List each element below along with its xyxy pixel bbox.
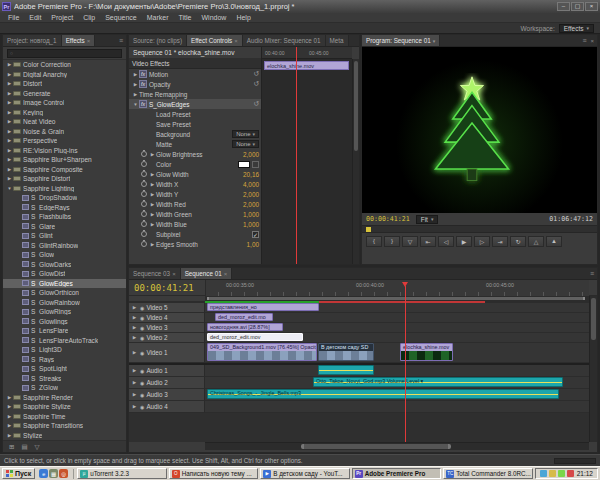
close-tab-icon[interactable]: × <box>224 271 228 277</box>
lift-button[interactable]: △ <box>528 236 544 247</box>
effect-item-s_glowlings[interactable]: S_Glowlings <box>3 317 126 327</box>
mini-timeline-clip[interactable]: elochka_shine.mov <box>264 61 349 70</box>
effect-item-s_dropshadow[interactable]: S_DropShadow <box>3 193 126 203</box>
menu-file[interactable]: File <box>3 14 24 21</box>
effects-search-input[interactable]: ○ <box>7 49 122 58</box>
set-in-button[interactable]: { <box>366 236 382 247</box>
effect-item-s_light3d[interactable]: S_Light3D <box>3 345 126 355</box>
disclosure-triangle-icon[interactable]: ▶ <box>149 192 156 197</box>
effect-item-s_spotlight[interactable]: S_SpotLight <box>3 364 126 374</box>
effects-bin-neat-video[interactable]: ▶Neat Video <box>3 117 126 127</box>
timeline-vertical-scrollbar[interactable] <box>589 296 597 442</box>
disclosure-triangle-icon[interactable]: ▶ <box>131 392 138 397</box>
stopwatch-icon[interactable] <box>141 161 147 167</box>
effect-row-time-remapping[interactable]: ▶Time Remapping <box>129 89 261 99</box>
disclosure-triangle-icon[interactable]: ▶ <box>6 119 13 124</box>
track-header-video-5[interactable]: ▶◉Video 5 <box>129 303 205 313</box>
stopwatch-icon[interactable] <box>141 241 147 247</box>
toggle-track-mute-icon[interactable]: ◉ <box>140 404 144 410</box>
scrollbar-thumb[interactable] <box>354 61 358 151</box>
tray-icon[interactable] <box>567 470 574 477</box>
reset-effect-icon[interactable]: ↺ <box>253 70 259 78</box>
param-checkbox[interactable]: ✓ <box>252 231 259 238</box>
disclosure-triangle-icon[interactable]: ▶ <box>149 182 156 187</box>
param-matte[interactable]: MatteNone▾ <box>129 139 261 149</box>
track-lane-audio-3[interactable]: Christmas_Songs_-_Jingle_Bells.mp3 <box>205 389 589 401</box>
toggle-track-output-icon[interactable]: ◉ <box>140 335 144 341</box>
new-custom-bin-icon[interactable]: ⊞ <box>9 443 14 451</box>
stopwatch-icon[interactable] <box>141 231 147 237</box>
add-marker-button[interactable]: ▽ <box>402 236 418 247</box>
param-load-preset[interactable]: Load Preset <box>129 109 261 119</box>
toggle-track-output-icon[interactable]: ◉ <box>140 315 144 321</box>
new-folder-icon[interactable]: ▤ <box>21 443 27 451</box>
reset-effect-icon[interactable]: ↺ <box>253 100 259 108</box>
effects-bin-noise-grain[interactable]: ▶Noise & Grain <box>3 127 126 137</box>
param-subpixel[interactable]: Subpixel✓ <box>129 229 261 239</box>
fx-badge-icon[interactable]: fx <box>139 100 147 108</box>
disclosure-triangle-icon[interactable]: ▶ <box>6 404 13 409</box>
disclosure-triangle-icon[interactable]: ▶ <box>131 404 138 409</box>
effects-bin-sapphire-lighting[interactable]: ▼Sapphire Lighting <box>3 184 126 194</box>
close-tab-icon[interactable]: × <box>87 38 91 44</box>
effect-item-s_glintrainbow[interactable]: S_GlintRainbow <box>3 241 126 251</box>
panel-menu-icon[interactable]: ≡ <box>590 270 594 277</box>
program-current-timecode[interactable]: 00:00:41:21 <box>366 215 410 223</box>
param-dropdown[interactable]: None▾ <box>232 130 259 138</box>
effect-row-motion[interactable]: ▶fxMotion↺ <box>129 69 261 79</box>
timeline-horizontal-scrollbar[interactable] <box>205 442 589 450</box>
effect-item-s_edgerays[interactable]: S_EdgeRays <box>3 203 126 213</box>
quicklaunch-desktop-icon[interactable]: ▦ <box>49 469 58 478</box>
disclosure-triangle-icon[interactable]: ▶ <box>131 350 138 355</box>
param-value[interactable]: 2,000 <box>243 201 259 208</box>
menu-clip[interactable]: Clip <box>78 14 100 21</box>
quicklaunch-media-icon[interactable]: ◎ <box>59 469 68 478</box>
program-scrubber[interactable] <box>362 225 597 233</box>
disclosure-triangle-icon[interactable]: ▶ <box>149 222 156 227</box>
taskbar-button-adobe-premiere-pro[interactable]: PrAdobe Premiere Pro <box>352 468 442 479</box>
minimize-button[interactable]: – <box>557 2 570 11</box>
step-back-button[interactable]: ◁ <box>438 236 454 247</box>
toggle-track-mute-icon[interactable]: ◉ <box>140 392 144 398</box>
effect-item-s_lensflareautotrack[interactable]: S_LensFlareAutoTrack <box>3 336 126 346</box>
stopwatch-icon[interactable] <box>141 191 147 197</box>
disclosure-triangle-icon[interactable]: ▶ <box>149 212 156 217</box>
tab-effect-controls[interactable]: Effect Controls× <box>187 35 243 46</box>
timeline-playhead[interactable] <box>405 286 406 442</box>
clip-otto_takoe_novyi_god-mp3-volume-level[interactable]: Otto_Takoe_Novyi_God.mp3 Volume:Level ▾ <box>313 377 563 387</box>
stopwatch-icon[interactable] <box>141 151 147 157</box>
close-button[interactable]: × <box>585 2 598 11</box>
disclosure-triangle-icon[interactable]: ▶ <box>132 82 139 87</box>
track-header-video-2[interactable]: ▶◉Video 2 <box>129 333 205 343</box>
delete-icon[interactable]: ▽ <box>35 443 40 451</box>
scrubber-playhead[interactable] <box>366 227 371 232</box>
effects-bin-color-correction[interactable]: ▶Color Correction <box>3 60 126 70</box>
timeline-current-timecode[interactable]: 00:00:41:21 <box>134 283 194 293</box>
menu-window[interactable]: Window <box>196 14 231 21</box>
disclosure-triangle-icon[interactable]: ▶ <box>6 72 13 77</box>
effects-bin-sapphire-render[interactable]: ▶Sapphire Render <box>3 393 126 403</box>
tab-sequence-01[interactable]: Sequence 01× <box>181 268 233 279</box>
disclosure-triangle-icon[interactable]: ▶ <box>131 305 138 310</box>
clip-049_sd_background1-mov-76-45-opacity-opacity[interactable]: 049_SD_Background1.mov [76.45%] Opacity:… <box>207 343 317 361</box>
disclosure-triangle-icon[interactable]: ▶ <box>131 380 138 385</box>
tab-effects[interactable]: Effects× <box>62 35 96 46</box>
stopwatch-icon[interactable] <box>141 211 147 217</box>
effect-item-s_glowrainbow[interactable]: S_GlowRainbow <box>3 298 126 308</box>
disclosure-triangle-icon[interactable]: ▶ <box>131 315 138 320</box>
effect-item-s_lensflare[interactable]: S_LensFlare <box>3 326 126 336</box>
clip-новогодняя-avi-28-87[interactable]: новогодняя.avi [28.87%] <box>207 323 283 331</box>
disclosure-triangle-icon[interactable]: ▼ <box>132 102 139 107</box>
effect-item-s_glare[interactable]: S_Glare <box>3 222 126 232</box>
quicklaunch-browser-icon[interactable]: e <box>39 469 48 478</box>
effect-item-s_glint[interactable]: S_Glint <box>3 231 126 241</box>
close-tab-icon[interactable]: × <box>234 38 238 44</box>
toggle-track-output-icon[interactable]: ◉ <box>140 350 144 356</box>
clip-ded_moroz_edit-mo[interactable]: ded_moroz_edit.mo <box>215 313 273 321</box>
effect-row-opacity[interactable]: ▶fxOpacity↺ <box>129 79 261 89</box>
time-ruler[interactable]: 00:00:35:0000:00:40:0000:00:45:00 <box>205 280 589 296</box>
param-width-x[interactable]: ▶Width X4,000 <box>129 179 261 189</box>
go-to-in-button[interactable]: ⇤ <box>420 236 436 247</box>
track-header-audio-3[interactable]: ▶◉Audio 3 <box>129 389 205 401</box>
track-header-video-4[interactable]: ▶◉Video 4 <box>129 313 205 323</box>
